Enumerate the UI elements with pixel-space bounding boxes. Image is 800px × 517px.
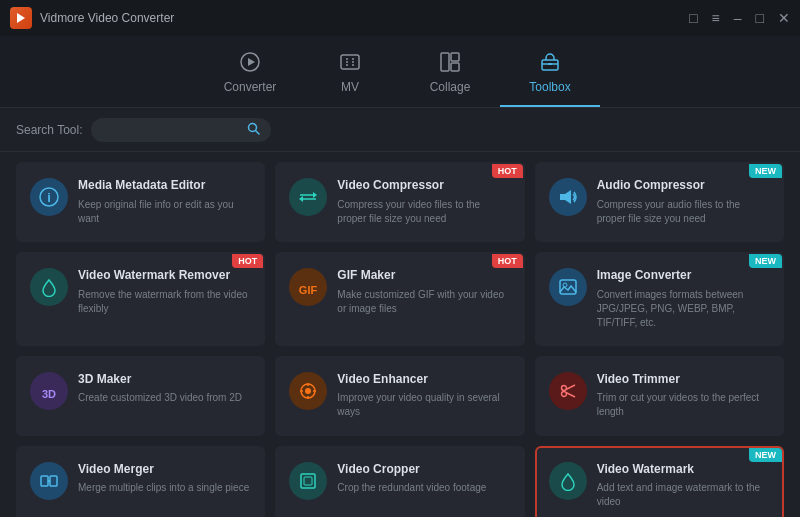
tool-card-video-trimmer[interactable]: Video Trimmer Trim or cut your videos to… <box>535 356 784 436</box>
svg-marker-18 <box>565 190 571 204</box>
tool-card-video-enhancer[interactable]: Video Enhancer Improve your video qualit… <box>275 356 524 436</box>
nav-item-collage[interactable]: Collage <box>400 43 500 107</box>
close-button[interactable]: ✕ <box>778 11 790 25</box>
maximize-button[interactable]: □ <box>756 11 764 25</box>
svg-point-24 <box>305 388 311 394</box>
tool-icon-video-cropper <box>289 462 327 500</box>
tool-desc-video-merger: Merge multiple clips into a single piece <box>78 481 251 495</box>
converter-label: Converter <box>224 80 277 94</box>
tool-title-video-watermark: Video Watermark <box>597 462 770 478</box>
tool-card-image-converter[interactable]: New Image Converter Convert images forma… <box>535 252 784 346</box>
collage-label: Collage <box>430 80 471 94</box>
collage-icon <box>439 51 461 76</box>
svg-text:GIF: GIF <box>299 284 318 296</box>
svg-marker-14 <box>313 192 317 198</box>
nav-item-converter[interactable]: Converter <box>200 43 300 107</box>
tool-title-media-metadata-editor: Media Metadata Editor <box>78 178 251 194</box>
svg-line-31 <box>566 385 575 390</box>
tool-icon-video-trimmer <box>549 372 587 410</box>
badge-video-compressor: Hot <box>492 164 523 178</box>
nav-bar: Converter MV Collage <box>0 36 800 108</box>
tool-card-3d-maker[interactable]: 3D 3D Maker Create customized 3D video f… <box>16 356 265 436</box>
tool-text-video-watermark: Video Watermark Add text and image water… <box>597 462 770 510</box>
svg-line-10 <box>255 130 259 134</box>
tool-text-video-cropper: Video Cropper Crop the redundant video f… <box>337 462 510 496</box>
tool-text-image-converter: Image Converter Convert images formats b… <box>597 268 770 330</box>
tool-title-video-enhancer: Video Enhancer <box>337 372 510 388</box>
tool-desc-gif-maker: Make customized GIF with your video or i… <box>337 288 510 316</box>
tool-icon-audio-compressor <box>549 178 587 216</box>
svg-rect-20 <box>560 280 576 294</box>
title-bar-left: Vidmore Video Converter <box>10 7 174 29</box>
tool-icon-media-metadata-editor: i <box>30 178 68 216</box>
badge-video-watermark: New <box>749 448 782 462</box>
tool-desc-video-watermark-remover: Remove the watermark from the video flex… <box>78 288 251 316</box>
tool-icon-video-merger <box>30 462 68 500</box>
tool-card-media-metadata-editor[interactable]: i Media Metadata Editor Keep original fi… <box>16 162 265 242</box>
minimize-button[interactable]: – <box>734 11 742 25</box>
badge-audio-compressor: New <box>749 164 782 178</box>
search-input-wrap[interactable] <box>91 118 271 142</box>
tool-icon-video-compressor <box>289 178 327 216</box>
tool-title-video-cropper: Video Cropper <box>337 462 510 478</box>
toolbox-icon <box>539 51 561 76</box>
tool-icon-video-enhancer <box>289 372 327 410</box>
tool-text-gif-maker: GIF Maker Make customized GIF with your … <box>337 268 510 316</box>
tool-text-video-enhancer: Video Enhancer Improve your video qualit… <box>337 372 510 420</box>
tool-title-image-converter: Image Converter <box>597 268 770 284</box>
chat-icon[interactable]: □ <box>689 11 697 25</box>
tool-icon-video-watermark <box>549 462 587 500</box>
svg-rect-33 <box>41 476 48 486</box>
tool-title-video-trimmer: Video Trimmer <box>597 372 770 388</box>
tool-text-video-merger: Video Merger Merge multiple clips into a… <box>78 462 251 496</box>
tool-card-video-watermark-remover[interactable]: Hot Video Watermark Remover Remove the w… <box>16 252 265 346</box>
tool-card-video-cropper[interactable]: Video Cropper Crop the redundant video f… <box>275 446 524 517</box>
tool-desc-3d-maker: Create customized 3D video from 2D <box>78 391 251 405</box>
tool-title-video-watermark-remover: Video Watermark Remover <box>78 268 251 284</box>
tool-title-audio-compressor: Audio Compressor <box>597 178 770 194</box>
tool-desc-video-cropper: Crop the redundant video footage <box>337 481 510 495</box>
tool-card-audio-compressor[interactable]: New Audio Compressor Compress your audio… <box>535 162 784 242</box>
tool-desc-video-enhancer: Improve your video quality in several wa… <box>337 391 510 419</box>
tool-desc-video-compressor: Compress your video files to the proper … <box>337 198 510 226</box>
tool-icon-image-converter <box>549 268 587 306</box>
tool-card-video-watermark[interactable]: New Video Watermark Add text and image w… <box>535 446 784 517</box>
tool-icon-gif-maker: GIF <box>289 268 327 306</box>
menu-icon[interactable]: ≡ <box>712 11 720 25</box>
search-label: Search Tool: <box>16 123 83 137</box>
nav-item-toolbox[interactable]: Toolbox <box>500 43 600 107</box>
main-area: i Media Metadata Editor Keep original fi… <box>0 152 800 517</box>
nav-item-mv[interactable]: MV <box>300 43 400 107</box>
tool-text-video-trimmer: Video Trimmer Trim or cut your videos to… <box>597 372 770 420</box>
tool-text-audio-compressor: Audio Compressor Compress your audio fil… <box>597 178 770 226</box>
tool-card-gif-maker[interactable]: Hot GIF GIF Maker Make customized GIF wi… <box>275 252 524 346</box>
app-title: Vidmore Video Converter <box>40 11 174 25</box>
svg-rect-8 <box>548 63 552 65</box>
title-bar: Vidmore Video Converter □ ≡ – □ ✕ <box>0 0 800 36</box>
tool-text-video-watermark-remover: Video Watermark Remover Remove the water… <box>78 268 251 316</box>
svg-rect-34 <box>50 476 57 486</box>
app-logo <box>10 7 32 29</box>
svg-point-30 <box>561 391 566 396</box>
tool-icon-3d-maker: 3D <box>30 372 68 410</box>
svg-rect-5 <box>451 53 459 61</box>
tool-card-video-merger[interactable]: Video Merger Merge multiple clips into a… <box>16 446 265 517</box>
search-input[interactable] <box>101 123 241 137</box>
svg-rect-3 <box>341 55 359 69</box>
svg-rect-17 <box>560 194 565 200</box>
tool-text-media-metadata-editor: Media Metadata Editor Keep original file… <box>78 178 251 226</box>
converter-icon <box>239 51 261 76</box>
tool-desc-media-metadata-editor: Keep original file info or edit as you w… <box>78 198 251 226</box>
tool-title-video-compressor: Video Compressor <box>337 178 510 194</box>
tool-card-video-compressor[interactable]: Hot Video Compressor Compress your video… <box>275 162 524 242</box>
mv-label: MV <box>341 80 359 94</box>
tool-title-gif-maker: GIF Maker <box>337 268 510 284</box>
tool-title-video-merger: Video Merger <box>78 462 251 478</box>
tool-desc-video-watermark: Add text and image watermark to the vide… <box>597 481 770 509</box>
svg-text:i: i <box>47 190 51 205</box>
svg-rect-6 <box>451 63 459 71</box>
badge-image-converter: New <box>749 254 782 268</box>
svg-marker-0 <box>17 13 25 23</box>
svg-marker-2 <box>248 58 255 66</box>
svg-rect-36 <box>304 477 312 485</box>
